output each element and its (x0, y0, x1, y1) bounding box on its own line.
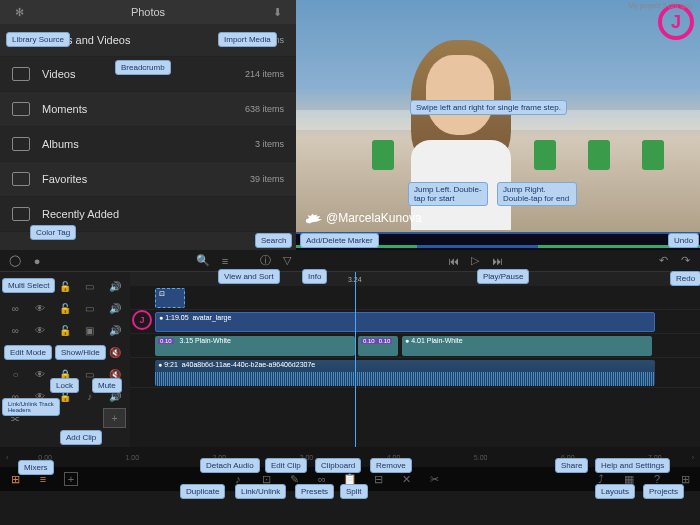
twitter-icon (306, 211, 322, 225)
remove-icon[interactable]: ✕ (399, 472, 413, 486)
video-clip[interactable]: ● 1:19.05 avatar_large (155, 312, 655, 332)
tracks-area[interactable]: 3.24 ⊡ J ● 1:19.05 avatar_large 0.10 3.1… (130, 272, 700, 447)
tip-import: Import Media (218, 32, 277, 47)
tip-edit-clip: Edit Clip (265, 458, 307, 473)
tip-color-tag: Color Tag (30, 225, 76, 240)
recent-icon (12, 207, 30, 221)
title-clip-1[interactable]: 0.10 3.15 Plain-White (155, 336, 355, 356)
clip-icon[interactable]: ▭ (78, 276, 101, 296)
tip-duplicate: Duplicate (180, 484, 225, 499)
sidebar-header: ✻ Photos ⬇ (0, 0, 296, 24)
info-icon[interactable]: ⓘ (258, 254, 272, 268)
playhead[interactable] (355, 272, 356, 447)
tip-viewsort: View and Sort (218, 269, 280, 284)
redo-icon[interactable]: ↷ (678, 254, 692, 268)
tip-breadcrumb: Breadcrumb (115, 60, 171, 75)
add-clip-icon[interactable]: + (103, 408, 126, 428)
search-icon[interactable]: 🔍 (196, 254, 210, 268)
tip-swipe: Swipe left and right for single frame st… (410, 100, 567, 115)
tip-info: Info (302, 269, 327, 284)
tip-search: Search (255, 233, 292, 248)
presets-icon[interactable]: ⊟ (371, 472, 385, 486)
twitter-handle: @MarcelaKunova (306, 211, 422, 225)
tip-remove: Remove (370, 458, 412, 473)
tip-link-headers: Link/Unlink Track Headers (2, 398, 60, 416)
jump-right-icon[interactable]: ⏭ (490, 254, 504, 268)
tip-mixers: Mixers (18, 460, 54, 475)
tip-projects: Projects (643, 484, 684, 499)
tip-detach: Detach Audio (200, 458, 260, 473)
tip-multi: Multi Select (2, 278, 55, 293)
marker-icon[interactable]: ▽ (280, 254, 294, 268)
play-icon[interactable]: ▷ (468, 254, 482, 268)
video-preview[interactable]: J @MarcelaKunova (296, 0, 700, 250)
tip-mute: Mute (92, 378, 122, 393)
main-toolbar: ◯ ● 🔍 ≡ ⓘ ▽ ⏮ ▷ ⏭ My project 3 (25 fps) … (0, 250, 700, 272)
sort-icon[interactable]: ≡ (218, 254, 232, 268)
tip-linkunlink: Link/Unlink (235, 484, 286, 499)
title-clip-2[interactable]: 0.100.10 (358, 336, 398, 356)
tip-show-hide: Show/Hide (55, 345, 106, 360)
tip-library-source: Library Source (6, 32, 70, 47)
tip-undo: Undo (668, 233, 699, 248)
tip-layouts: Layouts (595, 484, 635, 499)
tip-edit-mode: Edit Mode (4, 345, 52, 360)
project-info: My project 3 (25 fps) (628, 2, 692, 9)
timeline: ∞👁🔓▭🔊 ∞👁🔓▭🔊 ∞👁🔓▣🔊 ∞👁🔓T🔇 ○👁🔒▭🔇 ∞👁🔓♪🔊 ⫘+ 3… (0, 272, 700, 447)
jump-left-icon[interactable]: ⏮ (446, 254, 460, 268)
import-icon[interactable]: ⬇ (270, 5, 284, 19)
tip-redo: Redo (670, 271, 700, 286)
tip-lock: Lock (50, 378, 79, 393)
audio-clip[interactable]: ● 9:21 a40a8b6d-11ae-440c-b2ae-a96406d23… (155, 360, 655, 386)
record-icon[interactable]: ● (30, 254, 44, 268)
albums-icon (12, 137, 30, 151)
tip-clipboard: Clipboard (315, 458, 361, 473)
multiselect-icon[interactable]: ◯ (8, 254, 22, 268)
speaker-icon[interactable]: 🔊 (103, 276, 126, 296)
tip-jump-left: Jump Left. Double-tap for start (408, 182, 488, 206)
undo-icon[interactable]: ↶ (656, 254, 670, 268)
tip-add-clip: Add Clip (60, 430, 102, 445)
sidebar-item-favorites[interactable]: Favorites 39 items (0, 162, 296, 197)
settings-icon[interactable]: ✻ (12, 5, 26, 19)
moments-icon (12, 102, 30, 116)
sidebar-title: Photos (131, 6, 165, 18)
brand-logo: J (658, 4, 694, 40)
tip-help: Help and Settings (595, 458, 670, 473)
tip-split: Split (340, 484, 368, 499)
brand-badge: J (132, 310, 152, 330)
timeline-ruler[interactable]: 3.24 (130, 272, 700, 286)
tip-play: Play/Pause (477, 269, 529, 284)
favorites-icon (12, 172, 30, 186)
empty-clip[interactable]: ⊡ (155, 288, 185, 308)
lock-open-icon[interactable]: 🔓 (54, 276, 77, 296)
tip-presets: Presets (295, 484, 334, 499)
edit-circle-icon[interactable]: ○ (4, 364, 27, 384)
tip-share: Share (555, 458, 588, 473)
add-icon[interactable]: + (64, 472, 78, 486)
split-icon[interactable]: ✂ (427, 472, 441, 486)
tip-marker: Add/Delete Marker (300, 233, 379, 248)
title-clip-3[interactable]: ● 4.01 Plain-White (402, 336, 652, 356)
video-icon (12, 67, 30, 81)
tip-jump-right: Jump Right. Double-tap for end (497, 182, 577, 206)
sidebar-item-albums[interactable]: Albums 3 items (0, 127, 296, 162)
sidebar-item-moments[interactable]: Moments 638 items (0, 92, 296, 127)
